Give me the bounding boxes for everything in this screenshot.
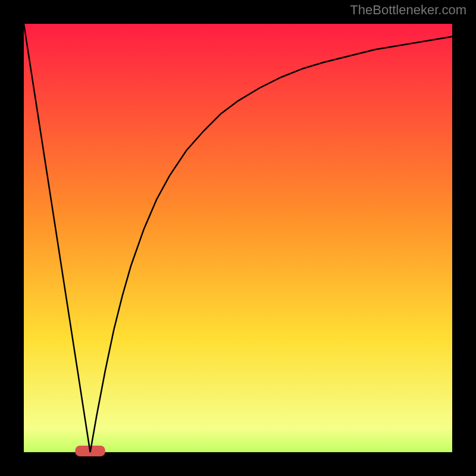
chart-container: TheBottleneker.com bbox=[0, 0, 476, 476]
plot-background bbox=[12, 12, 464, 464]
bottleneck-chart bbox=[0, 0, 476, 476]
watermark-text: TheBottleneker.com bbox=[350, 2, 466, 18]
